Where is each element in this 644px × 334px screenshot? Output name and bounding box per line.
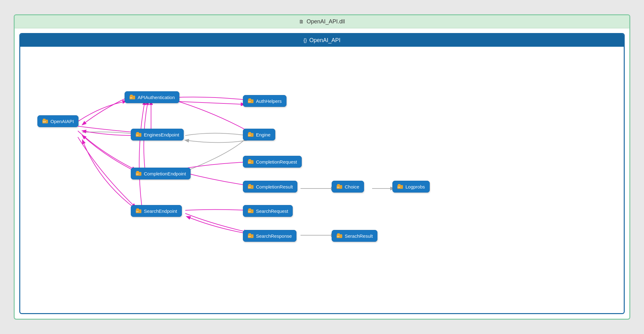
node-searchresponse[interactable]: C# SearchResponse: [243, 230, 296, 242]
svg-text:C#: C#: [248, 161, 251, 163]
node-label-openaiapi: OpenAIAPI: [50, 119, 74, 124]
inner-title: OpenAI_API: [309, 37, 340, 44]
svg-text:C#: C#: [248, 134, 251, 136]
outer-window: 🗎 OpenAI_API.dll {} OpenAI_API: [14, 14, 630, 320]
svg-text:C#: C#: [398, 186, 400, 188]
class-icon-searchres: C#: [248, 233, 254, 239]
inner-window: {} OpenAI_API: [19, 33, 625, 314]
node-label-engine: Engine: [256, 132, 271, 137]
class-icon: C#: [42, 118, 48, 124]
connections-svg: [20, 47, 624, 313]
node-label-searchendpoint: SearchEndpoint: [144, 208, 177, 214]
class-icon-completion: C#: [135, 170, 142, 177]
node-label-completionresult: CompletionResult: [256, 184, 293, 189]
svg-rect-7: [249, 98, 251, 100]
node-completionrequest[interactable]: C# CompletionRequest: [243, 156, 302, 168]
node-label-enginesendpoint: EnginesEndpoint: [144, 132, 179, 137]
dll-icon: 🗎: [299, 19, 304, 25]
svg-text:C#: C#: [248, 236, 251, 237]
class-icon-engines: C#: [135, 131, 142, 138]
node-label-choice: Choice: [345, 184, 359, 189]
node-label-completionendpoint: CompletionEndpoint: [144, 171, 186, 176]
svg-text:C#: C#: [248, 101, 251, 103]
node-label-searchrequest: SearchRequest: [256, 208, 288, 214]
svg-text:C#: C#: [136, 173, 139, 175]
inner-title-bar: {} OpenAI_API: [20, 34, 624, 47]
node-serachresult[interactable]: C# SerachResult: [332, 230, 377, 242]
svg-rect-25: [337, 184, 340, 186]
node-completionresult[interactable]: C# CompletionResult: [243, 181, 297, 193]
svg-rect-4: [130, 95, 133, 96]
svg-text:C#: C#: [136, 134, 139, 136]
svg-text:C#: C#: [248, 186, 251, 188]
class-icon-choice: C#: [336, 184, 343, 190]
svg-text:C#: C#: [43, 121, 46, 123]
node-searchrequest[interactable]: C# SearchRequest: [243, 205, 293, 217]
svg-rect-34: [249, 208, 251, 210]
node-logprobs[interactable]: C# Logprobs: [392, 181, 430, 193]
class-icon-serachresult: C#: [336, 233, 343, 239]
node-label-authhelpers: AuthHelpers: [256, 98, 282, 104]
diagram-area: C# OpenAIAPI C# APIAuthentication C#: [20, 47, 624, 313]
namespace-icon: {}: [304, 38, 307, 43]
svg-rect-37: [249, 233, 251, 235]
class-icon-authhelpers: C#: [248, 98, 254, 104]
svg-text:C#: C#: [337, 186, 339, 188]
class-icon-compRes: C#: [248, 184, 254, 190]
svg-text:C#: C#: [248, 211, 251, 212]
node-enginesendpoint[interactable]: C# EnginesEndpoint: [131, 129, 184, 141]
node-openaiapi[interactable]: C# OpenAIAPI: [37, 115, 78, 127]
node-label-logprobs: Logprobs: [405, 184, 425, 189]
node-choice[interactable]: C# Choice: [332, 181, 364, 193]
node-apiauthentication[interactable]: C# APIAuthentication: [125, 91, 179, 103]
node-label-apiauthentication: APIAuthentication: [138, 95, 175, 100]
node-searchendpoint[interactable]: C# SearchEndpoint: [131, 205, 182, 217]
class-icon-search: C#: [135, 208, 142, 214]
class-icon-searchreq: C#: [248, 208, 254, 214]
node-label-completionrequest: CompletionRequest: [256, 159, 297, 165]
svg-rect-40: [337, 233, 340, 235]
svg-text:C#: C#: [337, 236, 339, 237]
node-label-serachresult: SerachResult: [345, 233, 373, 239]
node-engine[interactable]: C# Engine: [243, 129, 275, 141]
svg-rect-1: [43, 119, 45, 120]
node-completionendpoint[interactable]: C# CompletionEndpoint: [131, 168, 191, 179]
window-title: OpenAI_API.dll: [306, 18, 345, 25]
svg-rect-16: [136, 171, 139, 173]
class-icon-auth: C#: [129, 94, 135, 100]
title-bar: 🗎 OpenAI_API.dll: [15, 15, 629, 28]
class-icon-compReq: C#: [248, 159, 254, 165]
svg-rect-13: [249, 132, 251, 134]
svg-rect-10: [136, 132, 139, 134]
svg-text:C#: C#: [136, 211, 139, 212]
svg-rect-19: [249, 159, 251, 161]
node-authhelpers[interactable]: C# AuthHelpers: [243, 95, 286, 107]
svg-text:C#: C#: [130, 97, 132, 99]
svg-rect-28: [398, 184, 400, 186]
node-label-searchresponse: SearchResponse: [256, 233, 292, 239]
svg-rect-31: [136, 208, 139, 210]
class-icon-engine: C#: [248, 131, 254, 138]
svg-rect-22: [249, 184, 251, 186]
class-icon-logprobs: C#: [397, 184, 403, 190]
